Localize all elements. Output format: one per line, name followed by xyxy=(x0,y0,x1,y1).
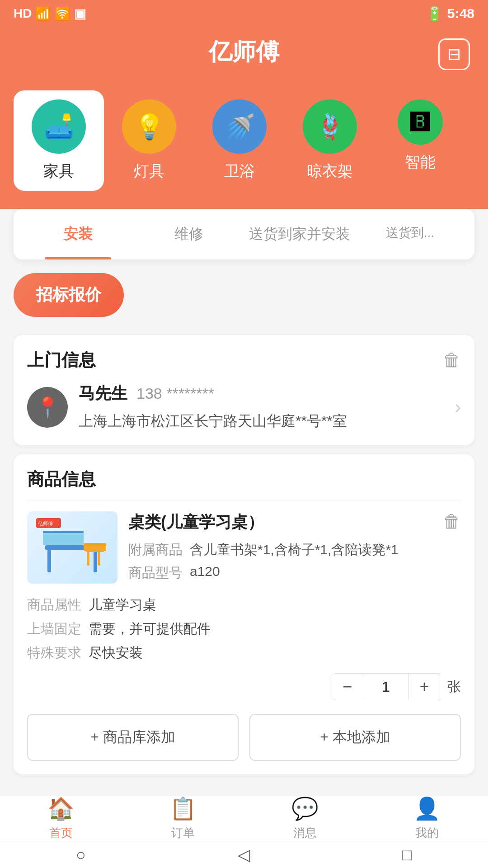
wall-fixed-label: 上墙固定 xyxy=(27,620,81,638)
invite-bid-button[interactable]: 招标报价 xyxy=(14,273,124,317)
accessories-value: 含儿童书架*1,含椅子*1,含陪读凳*1 xyxy=(190,541,399,559)
battery-icon: ▣ xyxy=(74,6,86,21)
contact-name: 马先生 xyxy=(79,382,127,405)
lighting-label: 灯具 xyxy=(134,161,164,182)
status-left: HD 📶 🛜 ▣ xyxy=(14,6,86,21)
invite-section: 招标报价 xyxy=(0,259,488,326)
special-req-value: 尽快安装 xyxy=(89,644,143,662)
lighting-icon-circle: 💡 xyxy=(122,99,176,154)
tab-repair[interactable]: 维修 xyxy=(133,209,244,259)
signal-icon: 📶 xyxy=(35,6,51,21)
quantity-row: − 1 + 张 xyxy=(27,673,461,700)
svg-rect-7 xyxy=(98,552,100,566)
address-arrow-icon[interactable]: › xyxy=(455,397,461,417)
product-thumbnail-svg: 亿师傅 xyxy=(36,518,108,577)
category-item-clothesrack[interactable]: 🪢 晾衣架 xyxy=(285,90,375,191)
messages-nav-label: 消息 xyxy=(293,825,317,841)
home-nav-icon: 🏠 xyxy=(47,796,75,821)
status-bar: HD 📶 🛜 ▣ 🔋 5:48 xyxy=(0,0,488,27)
bathroom-label: 卫浴 xyxy=(224,161,255,182)
messages-nav-icon: 💬 xyxy=(291,796,319,821)
message-button[interactable]: ⊟ xyxy=(438,38,470,70)
location-icon: 📍 xyxy=(35,396,60,419)
app-header: 亿师傅 ⊟ xyxy=(0,27,488,81)
mine-nav-icon: 👤 xyxy=(413,796,441,821)
wifi-icon: 🛜 xyxy=(55,6,70,21)
quantity-display: 1 xyxy=(363,673,408,700)
tab-delivery-install[interactable]: 送货到家并安装 xyxy=(244,209,355,259)
category-item-bathroom[interactable]: 🚿 卫浴 xyxy=(194,90,285,191)
bottom-nav: 🏠 首页 📋 订单 💬 消息 👤 我的 ○ ◁ □ xyxy=(0,796,488,868)
tab-delivery[interactable]: 送货到... xyxy=(355,209,465,259)
product-top-row: 亿师傅 桌类(儿童学习桌） 🗑 附属商品 含儿童书架*1,含椅子*1,含陪读凳*… xyxy=(27,511,461,587)
svg-rect-2 xyxy=(94,550,97,572)
address-card: 上门信息 🗑 📍 马先生 138 ******** 上海上海市松江区长宁路天山华… xyxy=(14,335,474,445)
nav-orders[interactable]: 📋 订单 xyxy=(122,796,244,841)
clothesrack-icon-circle: 🪢 xyxy=(303,99,357,154)
sys-nav-circle[interactable]: ◁ xyxy=(238,845,250,864)
model-label: 商品型号 xyxy=(128,564,183,582)
app-title: 亿师傅 xyxy=(209,36,279,68)
status-right: 🔋 5:48 xyxy=(426,6,474,22)
sys-nav-square[interactable]: ○ xyxy=(76,845,86,864)
smart-icon-circle: 🅱 xyxy=(398,99,443,145)
address-row: 📍 马先生 138 ******** 上海上海市松江区长宁路天山华庭**号**室… xyxy=(27,382,461,432)
product-image: 亿师傅 xyxy=(27,511,117,584)
model-value: a120 xyxy=(190,564,220,582)
quantity-increase-button[interactable]: + xyxy=(408,673,440,700)
wall-fixed-row: 上墙固定 需要，并可提供配件 xyxy=(27,620,461,638)
smart-label: 智能 xyxy=(405,152,436,173)
svg-rect-1 xyxy=(47,550,51,572)
address-text: 上海上海市松江区长宁路天山华庭**号**室 xyxy=(79,410,444,432)
add-local-button[interactable]: + 本地添加 xyxy=(249,714,461,761)
furniture-icon: 🛋️ xyxy=(44,113,74,141)
clock: 5:48 xyxy=(447,6,474,21)
furniture-icon-circle: 🛋️ xyxy=(32,99,86,154)
special-req-label: 特殊要求 xyxy=(27,644,81,662)
category-item-smart[interactable]: 🅱 智能 xyxy=(375,90,465,191)
product-name: 桌类(儿童学习桌） xyxy=(128,511,264,533)
bathroom-icon: 🚿 xyxy=(225,113,255,141)
product-image-inner: 亿师傅 xyxy=(27,511,117,584)
quantity-unit: 张 xyxy=(447,678,461,696)
product-card-header: 商品信息 xyxy=(27,468,461,500)
contact-phone: 138 ******** xyxy=(136,385,214,402)
accessories-label: 附属商品 xyxy=(128,541,183,559)
product-card: 商品信息 xyxy=(14,454,474,774)
attribute-value: 儿童学习桌 xyxy=(89,596,156,614)
nav-home[interactable]: 🏠 首页 xyxy=(0,796,122,841)
special-req-row: 特殊要求 尽快安装 xyxy=(27,644,461,662)
accessories-row: 附属商品 含儿童书架*1,含椅子*1,含陪读凳*1 xyxy=(128,541,461,559)
add-from-library-button[interactable]: + 商品库添加 xyxy=(27,714,239,761)
contact-line: 马先生 138 ******** xyxy=(79,382,444,405)
service-tabs: 安装 维修 送货到家并安装 送货到... xyxy=(14,209,474,259)
orders-nav-icon: 📋 xyxy=(169,796,197,821)
model-row: 商品型号 a120 xyxy=(128,564,461,582)
tab-install[interactable]: 安装 xyxy=(23,209,133,259)
bathroom-icon-circle: 🚿 xyxy=(212,99,267,154)
address-card-title: 上门信息 xyxy=(27,349,96,372)
clothesrack-icon: 🪢 xyxy=(315,113,345,141)
category-item-furniture[interactable]: 🛋️ 家具 xyxy=(14,90,104,191)
location-icon-wrap: 📍 xyxy=(27,387,68,428)
add-buttons-row: + 商品库添加 + 本地添加 xyxy=(27,714,461,761)
address-delete-icon[interactable]: 🗑 xyxy=(443,350,461,370)
battery-indicator: 🔋 xyxy=(426,6,443,22)
quantity-decrease-button[interactable]: − xyxy=(332,673,363,700)
address-card-header: 上门信息 🗑 xyxy=(27,349,461,372)
nav-mine[interactable]: 👤 我的 xyxy=(366,796,488,841)
sys-nav-back[interactable]: □ xyxy=(402,845,412,864)
category-section: 🛋️ 家具 💡 灯具 🚿 卫浴 🪢 晾衣架 🅱 智能 xyxy=(0,81,488,209)
network-indicator: HD xyxy=(14,6,32,21)
product-card-title: 商品信息 xyxy=(27,468,96,491)
product-delete-icon[interactable]: 🗑 xyxy=(443,511,461,532)
svg-rect-3 xyxy=(43,532,84,545)
svg-rect-6 xyxy=(87,552,89,566)
mine-nav-label: 我的 xyxy=(415,825,439,841)
attribute-row: 商品属性 儿童学习桌 xyxy=(27,596,461,614)
furniture-label: 家具 xyxy=(43,161,74,182)
nav-messages[interactable]: 💬 消息 xyxy=(244,796,366,841)
product-details: 桌类(儿童学习桌） 🗑 附属商品 含儿童书架*1,含椅子*1,含陪读凳*1 商品… xyxy=(128,511,461,587)
message-icon: ⊟ xyxy=(447,45,461,64)
category-item-lighting[interactable]: 💡 灯具 xyxy=(104,90,194,191)
